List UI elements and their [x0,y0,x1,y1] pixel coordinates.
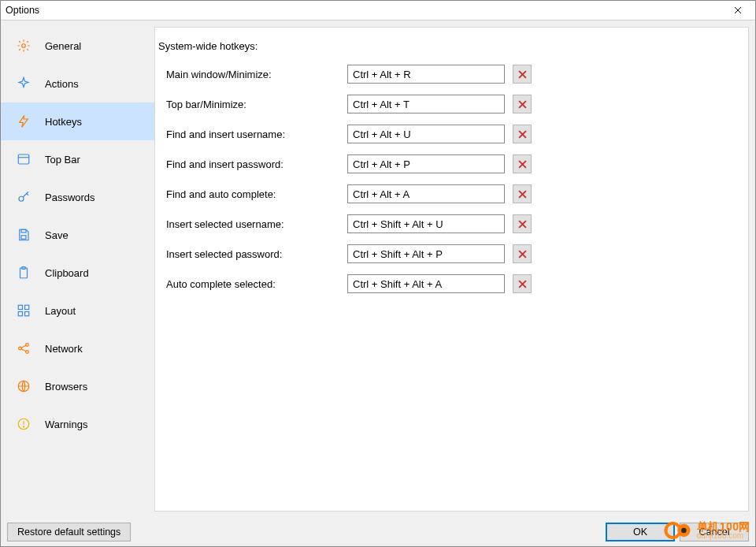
lightning-icon [17,114,31,128]
clipboard-icon [17,266,31,280]
hotkey-clear-button[interactable] [513,214,532,233]
sidebar-item-topbar[interactable]: Top Bar [1,140,154,178]
sidebar-item-label: General [45,40,81,52]
svg-point-3 [19,196,24,201]
hotkey-clear-button[interactable] [513,184,532,203]
hotkey-row: Find and insert password: [158,154,736,173]
sidebar-item-label: Passwords [45,192,95,203]
hotkey-input[interactable] [347,125,505,143]
ok-button[interactable]: OK [606,523,675,541]
hotkey-input[interactable] [347,154,505,173]
titlebar: Options [1,1,755,20]
hotkey-input[interactable] [347,214,505,233]
svg-point-0 [22,44,26,48]
hotkey-label: Main window/Minimize: [158,69,347,80]
sidebar-item-label: Layout [45,305,76,317]
x-icon [518,100,527,109]
svg-rect-11 [25,312,29,316]
hotkey-row: Find and insert username: [158,125,736,143]
window-title: Options [6,5,724,16]
cancel-button[interactable]: Cancel [680,523,749,541]
sidebar-item-layout[interactable]: Layout [1,292,154,329]
hotkey-clear-button[interactable] [513,65,532,84]
x-icon [518,160,527,169]
gear-icon [17,39,31,53]
sparkle-icon [17,76,31,91]
hotkey-row: Insert selected username: [158,214,736,233]
warning-icon [17,417,31,431]
main-panel: System-wide hotkeys: Main window/Minimiz… [154,27,749,512]
sidebar-item-passwords[interactable]: Passwords [1,178,154,216]
x-icon [518,70,527,79]
sidebar-item-browsers[interactable]: Browsers [1,367,154,405]
sidebar-item-label: Hotkeys [45,116,82,128]
sidebar-item-general[interactable]: General [1,27,154,65]
hotkey-clear-button[interactable] [513,244,532,263]
hotkey-label: Find and insert username: [158,128,347,140]
x-icon [518,190,527,199]
sidebar-item-label: Clipboard [45,267,89,279]
hotkey-input[interactable] [347,65,505,84]
sidebar-item-actions[interactable]: Actions [1,65,154,102]
svg-point-18 [23,426,24,427]
section-title: System-wide hotkeys: [158,40,736,52]
x-icon [518,130,527,139]
sidebar-item-label: Network [45,343,83,355]
hotkey-row: Top bar/Minimize: [158,95,736,113]
hotkey-row: Auto complete selected: [158,274,736,293]
hotkey-label: Find and auto complete: [158,188,347,200]
dialog-footer: Restore default settings OK Cancel [1,518,755,546]
sidebar-item-label: Browsers [45,381,87,393]
hotkeys-list: Main window/Minimize:Top bar/Minimize:Fi… [158,65,736,293]
hotkey-clear-button[interactable] [513,274,532,293]
sidebar: General Actions Hotkeys Top Bar [1,20,154,518]
globe-icon [17,379,31,393]
hotkey-row: Insert selected password: [158,244,736,263]
sidebar-item-label: Actions [45,78,79,90]
options-window: Options General Actions [0,0,756,547]
window-close-button[interactable] [724,1,752,20]
hotkey-label: Auto complete selected: [158,278,347,290]
svg-rect-10 [18,312,22,316]
svg-rect-5 [21,236,26,240]
sidebar-item-label: Top Bar [45,154,80,166]
save-icon [17,228,31,242]
hotkey-input[interactable] [347,274,505,293]
svg-rect-1 [18,154,29,164]
sidebar-item-network[interactable]: Network [1,329,154,367]
svg-rect-9 [25,305,29,309]
svg-rect-4 [21,229,26,233]
hotkey-row: Find and auto complete: [158,184,736,203]
x-icon [518,250,527,259]
key-icon [17,190,31,204]
hotkey-label: Find and insert password: [158,158,347,170]
sidebar-item-label: Warnings [45,419,87,430]
hotkey-clear-button[interactable] [513,154,532,173]
hotkey-label: Insert selected username: [158,218,347,230]
sidebar-item-clipboard[interactable]: Clipboard [1,254,154,292]
sidebar-item-save[interactable]: Save [1,216,154,254]
grid-icon [17,303,31,318]
sidebar-item-label: Save [45,229,69,241]
sidebar-item-warnings[interactable]: Warnings [1,405,154,443]
close-icon [734,6,742,14]
hotkey-input[interactable] [347,184,505,203]
sidebar-item-hotkeys[interactable]: Hotkeys [1,102,154,140]
share-icon [17,341,31,355]
hotkey-label: Insert selected password: [158,248,347,260]
hotkey-row: Main window/Minimize: [158,65,736,84]
dialog-body: General Actions Hotkeys Top Bar [1,20,755,518]
hotkey-label: Top bar/Minimize: [158,99,347,110]
hotkey-clear-button[interactable] [513,125,532,143]
hotkey-input[interactable] [347,244,505,263]
x-icon [518,220,527,229]
hotkey-input[interactable] [347,95,505,113]
topbar-icon [17,152,31,166]
hotkey-clear-button[interactable] [513,95,532,113]
svg-rect-8 [18,305,22,309]
x-icon [518,280,527,288]
restore-defaults-button[interactable]: Restore default settings [7,523,131,541]
